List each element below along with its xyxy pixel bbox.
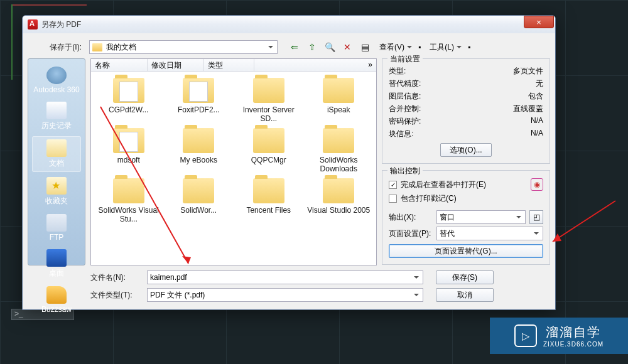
- folder-label: SolidWorks Downloads: [305, 156, 373, 173]
- right-panel: 当前设置 类型:多页文件 替代精度:无 图层信息:包含 合并控制:直线覆盖 密码…: [382, 58, 550, 265]
- folder-icon: [253, 178, 284, 203]
- save-in-value: 我的文档: [106, 42, 136, 53]
- watermark-sub: ZIXUE.3D66.COM: [543, 341, 604, 348]
- new-folder-icon[interactable]: ▤: [359, 41, 371, 53]
- folder-label: SolidWor...: [180, 206, 217, 215]
- save-button[interactable]: 保存(S): [436, 270, 494, 284]
- save-in-combo[interactable]: 我的文档: [89, 40, 278, 54]
- app-icon: [28, 19, 38, 29]
- filename-label: 文件名(N):: [90, 272, 141, 283]
- folder-icon: [183, 178, 214, 203]
- col-date[interactable]: 修改日期: [148, 59, 204, 71]
- titlebar[interactable]: 另存为 PDF ×: [23, 16, 555, 33]
- folder-icon: [113, 128, 144, 153]
- include-stamp-label: 包含打印戳记(C): [401, 193, 457, 204]
- folder-icon: [323, 178, 354, 203]
- export-combo[interactable]: 窗口: [436, 210, 526, 224]
- ftp-icon: [46, 214, 67, 232]
- pagesetup-override-button[interactable]: 页面设置替代(G)...: [389, 244, 543, 258]
- tools-menu[interactable]: 工具(L): [425, 40, 464, 54]
- folder-icon: [253, 78, 284, 103]
- stamp-settings-icon[interactable]: ◉: [531, 178, 543, 191]
- save-in-label: 保存于(I):: [28, 42, 85, 53]
- folder-icon: [92, 43, 102, 51]
- folder-label: mdsoft: [117, 156, 140, 164]
- watermark-main: 溜溜自学: [546, 324, 601, 341]
- menu-separator: ▪: [468, 43, 470, 51]
- filetype-combo[interactable]: PDF 文件 (*.pdf): [147, 288, 423, 302]
- folder-icon: [113, 178, 144, 203]
- pagesetup-combo[interactable]: 替代: [436, 227, 543, 240]
- up-icon[interactable]: ⇧: [306, 41, 318, 53]
- file-browser[interactable]: 名称 修改日期 类型 » CGPdf2W...FoxitPDF2...Inven…: [90, 58, 377, 265]
- folder-item[interactable]: FoxitPDF2...: [165, 78, 233, 123]
- sidebar-item-ftp[interactable]: FTP: [32, 211, 81, 244]
- folder-item[interactable]: iSpeak: [305, 78, 373, 123]
- sidebar-item-buzzsaw[interactable]: Buzzsaw: [32, 284, 81, 316]
- folder-item[interactable]: SolidWorks Visual Stu...: [95, 178, 163, 223]
- folder-icon: [323, 128, 354, 153]
- folder-icon: [183, 78, 214, 103]
- back-icon[interactable]: ⇐: [289, 41, 300, 53]
- filetype-label: 文件类型(T):: [90, 290, 141, 301]
- folder-item[interactable]: Tencent Files: [235, 178, 303, 223]
- open-after-label: 完成后在查看器中打开(E): [401, 179, 486, 190]
- view-menu[interactable]: 查看(V): [374, 40, 414, 54]
- folder-item[interactable]: mdsoft: [95, 128, 163, 173]
- history-icon: [46, 102, 67, 119]
- watermark-logo-icon: ▷: [514, 324, 537, 347]
- col-name[interactable]: 名称: [91, 59, 148, 71]
- folder-label: Tencent Files: [246, 206, 291, 215]
- col-type[interactable]: 类型: [204, 59, 254, 71]
- buzzsaw-icon: [46, 286, 67, 304]
- sidebar-item-history[interactable]: 历史记录: [32, 99, 81, 134]
- settings-title: 当前设置: [387, 54, 423, 65]
- sidebar-item-desktop[interactable]: 桌面: [32, 247, 81, 281]
- cancel-button[interactable]: 取消: [436, 288, 494, 302]
- folder-label: Inventor Server SD...: [235, 105, 303, 123]
- folder-label: iSpeak: [327, 105, 350, 114]
- folder-label: Visual Studio 2005: [307, 206, 370, 215]
- sidebar-item-favorites[interactable]: 收藏夹: [32, 174, 81, 209]
- output-control-group: 输出控制 ✓ 完成后在查看器中打开(E) ◉ 包含打印戳记(C) 输出(X): …: [382, 170, 550, 265]
- folder-label: QQPCMgr: [251, 156, 286, 164]
- autodesk360-icon: [46, 67, 67, 84]
- folder-item[interactable]: SolidWorks Downloads: [305, 128, 373, 173]
- ucs-y-axis: [11, 4, 13, 80]
- open-after-checkbox[interactable]: ✓: [389, 181, 397, 189]
- folder-label: FoxitPDF2...: [178, 105, 220, 114]
- favorites-icon: [46, 177, 67, 195]
- close-button[interactable]: ×: [524, 16, 554, 28]
- folder-item[interactable]: QQPCMgr: [235, 128, 303, 173]
- sidebar-item-documents[interactable]: 文档: [32, 136, 81, 172]
- col-more[interactable]: »: [364, 59, 376, 71]
- ucs-x-axis: [11, 4, 87, 6]
- watermark: ▷ 溜溜自学 ZIXUE.3D66.COM: [490, 318, 628, 354]
- folder-item[interactable]: My eBooks: [165, 128, 233, 173]
- folder-icon: [253, 128, 284, 153]
- folder-label: My eBooks: [180, 156, 217, 164]
- include-stamp-checkbox[interactable]: [389, 195, 397, 203]
- sidebar-item-autodesk360[interactable]: Autodesk 360: [32, 64, 81, 97]
- folder-icon: [183, 128, 214, 153]
- delete-icon[interactable]: ✕: [342, 41, 353, 53]
- folder-item[interactable]: Inventor Server SD...: [235, 78, 303, 123]
- search-icon[interactable]: 🔍: [324, 41, 335, 53]
- file-header[interactable]: 名称 修改日期 类型 »: [91, 59, 376, 72]
- folder-item[interactable]: CGPdf2W...: [95, 78, 163, 123]
- documents-icon: [46, 139, 67, 157]
- menu-separator: ▪: [418, 43, 421, 51]
- pagesetup-label: 页面设置(P):: [389, 228, 433, 239]
- folder-item[interactable]: SolidWor...: [165, 178, 233, 223]
- current-settings-group: 当前设置 类型:多页文件 替代精度:无 图层信息:包含 合并控制:直线覆盖 密码…: [382, 58, 550, 164]
- folder-icon: [323, 78, 354, 103]
- filename-input[interactable]: kaimen.pdf: [147, 270, 423, 284]
- folder-item[interactable]: Visual Studio 2005: [305, 178, 373, 223]
- places-sidebar: Autodesk 360 历史记录 文档 收藏夹 FTP 桌面 Buzzsaw: [28, 58, 85, 265]
- folder-label: CGPdf2W...: [109, 105, 148, 114]
- options-button[interactable]: 选项(O)...: [440, 143, 491, 157]
- export-label: 输出(X):: [389, 212, 433, 223]
- folder-icon: [113, 78, 144, 103]
- desktop-icon: [46, 249, 67, 267]
- window-pick-icon[interactable]: ◰: [529, 210, 543, 224]
